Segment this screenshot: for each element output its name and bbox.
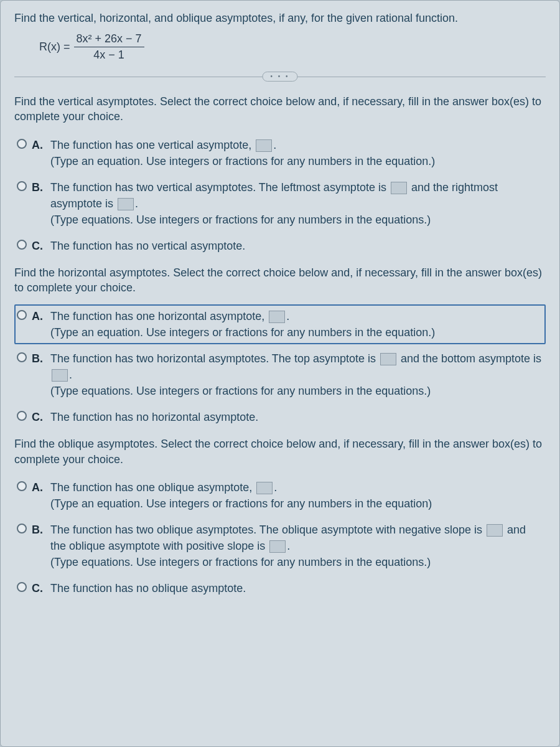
choice-letter: C.	[32, 238, 45, 254]
answer-input[interactable]	[256, 482, 273, 494]
choice-hint: (Type an equation. Use integers or fract…	[50, 324, 543, 341]
radio-icon[interactable]	[17, 352, 27, 362]
choice-letter: A.	[32, 479, 45, 496]
choice-hint: (Type equations. Use integers or fractio…	[50, 383, 543, 399]
radio-icon[interactable]	[17, 139, 27, 149]
equation-numerator: 8x² + 26x − 7	[74, 32, 144, 47]
equation-lhs: R(x) =	[39, 40, 70, 54]
horizontal-choice-b[interactable]: B. The function has two horizontal asymp…	[14, 347, 546, 403]
answer-input[interactable]	[391, 182, 407, 194]
answer-input[interactable]	[487, 524, 503, 537]
radio-icon[interactable]	[17, 524, 27, 533]
answer-input[interactable]	[256, 139, 272, 152]
radio-icon[interactable]	[17, 310, 27, 320]
oblique-choice-c[interactable]: C. The function has no oblique asymptote…	[14, 576, 546, 600]
oblique-choice-b[interactable]: B. The function has two oblique asymptot…	[14, 518, 546, 574]
equation-fraction: 8x² + 26x − 7 4x − 1	[74, 32, 144, 62]
equation-denominator: 4x − 1	[91, 47, 127, 62]
choice-hint: (Type an equation. Use integers or fract…	[50, 496, 543, 512]
choice-letter: C.	[32, 409, 45, 425]
choice-letter: A.	[32, 137, 45, 153]
choice-text: The function has two horizontal asymptot…	[50, 350, 543, 399]
horizontal-choice-c[interactable]: C. The function has no horizontal asympt…	[14, 405, 546, 429]
vertical-prompt: Find the vertical asymptotes. Select the…	[14, 94, 546, 125]
choice-text: The function has one vertical asymptote,…	[50, 137, 543, 169]
answer-input[interactable]	[269, 311, 285, 323]
choice-text: The function has one oblique asymptote, …	[50, 479, 543, 512]
section-divider: • • •	[14, 70, 546, 83]
choice-letter: B.	[32, 522, 45, 538]
oblique-choices: A. The function has one oblique asymptot…	[14, 476, 546, 601]
question-page: Find the vertical, horizontal, and obliq…	[0, 0, 560, 747]
oblique-prompt: Find the oblique asymptotes. Select the …	[14, 436, 546, 467]
choice-letter: A.	[32, 308, 45, 324]
choice-letter: C.	[32, 580, 45, 596]
horizontal-choice-a[interactable]: A. The function has one horizontal asymp…	[14, 304, 546, 344]
choice-letter: B.	[32, 179, 45, 195]
choice-letter: B.	[32, 350, 45, 367]
radio-icon[interactable]	[17, 181, 27, 191]
choice-text: The function has two oblique asymptotes.…	[50, 522, 543, 570]
vertical-choices: A. The function has one vertical asympto…	[14, 133, 546, 258]
choice-hint: (Type equations. Use integers or fractio…	[50, 212, 543, 228]
answer-input[interactable]	[269, 540, 286, 553]
radio-icon[interactable]	[17, 481, 27, 491]
radio-icon[interactable]	[17, 240, 27, 250]
vertical-choice-b[interactable]: B. The function has two vertical asympto…	[14, 176, 546, 232]
choice-text: The function has one horizontal asymptot…	[50, 308, 543, 341]
answer-input[interactable]	[118, 198, 134, 210]
answer-input[interactable]	[380, 353, 396, 365]
choice-text: The function has two vertical asymptotes…	[50, 179, 543, 228]
choice-text: The function has no vertical asymptote.	[50, 238, 543, 254]
choice-text: The function has no horizontal asymptote…	[50, 409, 543, 425]
choice-hint: (Type an equation. Use integers or fract…	[50, 153, 543, 169]
more-dots[interactable]: • • •	[262, 72, 297, 82]
answer-input[interactable]	[52, 369, 68, 382]
choice-text: The function has no oblique asymptote.	[50, 580, 543, 596]
oblique-choice-a[interactable]: A. The function has one oblique asymptot…	[14, 476, 546, 515]
question-header: Find the vertical, horizontal, and obliq…	[14, 12, 546, 25]
vertical-choice-a[interactable]: A. The function has one vertical asympto…	[14, 133, 546, 173]
equation: R(x) = 8x² + 26x − 7 4x − 1	[39, 32, 546, 62]
choice-hint: (Type equations. Use integers or fractio…	[50, 554, 543, 570]
horizontal-prompt: Find the horizontal asymptotes. Select t…	[14, 265, 546, 296]
radio-icon[interactable]	[17, 582, 27, 592]
radio-icon[interactable]	[17, 411, 27, 421]
vertical-choice-c[interactable]: C. The function has no vertical asymptot…	[14, 234, 546, 258]
horizontal-choices: A. The function has one horizontal asymp…	[14, 304, 546, 430]
